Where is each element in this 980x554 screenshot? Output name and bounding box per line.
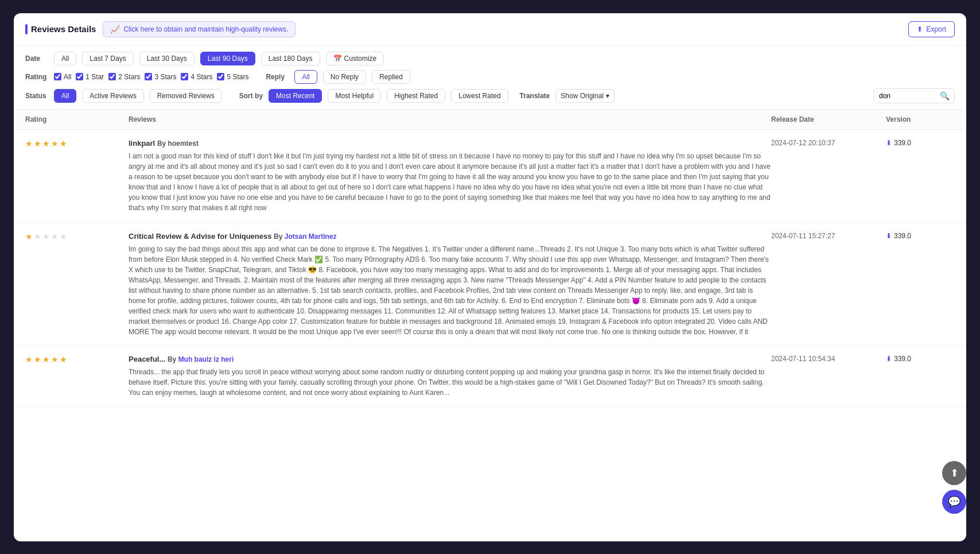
col-release-date: Release Date [771,115,886,123]
chat-fab[interactable]: 💬 [942,490,966,514]
translate-select[interactable]: Show Original ▾ [555,89,615,103]
star-2: ★ [34,232,41,241]
star-4: ★ [51,355,59,364]
sort-btn-lowest[interactable]: Lowest Rated [451,89,508,103]
sort-btn-highest[interactable]: Highest Rated [387,89,445,103]
version-icon: ⬇ [886,355,892,363]
review-date: 2024-07-12 20:10:37 [771,139,886,147]
star-4: ★ [51,232,59,241]
reply-btn-replied[interactable]: Replied [372,70,410,84]
date-btn-30days[interactable]: Last 30 Days [139,52,195,65]
date-btn-all[interactable]: All [54,52,76,65]
star-3: ★ [42,355,50,364]
col-reviews: Reviews [129,115,771,123]
review-version: ⬇ 339.0 [886,232,955,240]
review-date: 2024-07-11 15:27:27 [771,232,886,240]
rating-5stars-checkbox[interactable]: 5 Stars [217,73,248,81]
search-icon[interactable]: 🔍 [940,91,950,100]
review-version: ⬇ 339.0 [886,139,955,147]
table-row: ★ ★ ★ ★ ★ linkparl By hoemtest I am not … [14,130,966,223]
star-1: ★ [25,139,33,148]
reply-btn-all[interactable]: All [294,70,317,84]
status-btn-active[interactable]: Active Reviews [82,89,143,103]
star-5: ★ [60,139,67,148]
status-btn-removed[interactable]: Removed Reviews [150,89,222,103]
calendar-icon: 📅 [333,55,342,63]
rating-1star-checkbox[interactable]: 1 Star [76,73,104,81]
date-btn-90days[interactable]: Last 90 Days [200,52,255,65]
review-version: ⬇ 339.0 [886,355,955,363]
star-1: ★ [25,355,33,364]
star-5: ★ [60,355,67,364]
export-button[interactable]: ⬆ Export [908,21,955,37]
chat-icon: 💬 [948,495,960,508]
page-title: Reviews Details [25,24,96,34]
star-4: ★ [51,139,59,148]
upload-fab[interactable]: ⬆ [942,461,966,485]
export-icon: ⬆ [917,25,923,33]
table-row: ★ ★ ★ ★ ★ Peaceful... By Muh baulz iz he… [14,346,966,408]
table-row: ★ ★ ★ ★ ★ Critical Review & Advise for U… [14,223,966,346]
review-rating: ★ ★ ★ ★ ★ [25,355,129,364]
review-content: Peaceful... By Muh baulz iz heri Threads… [129,355,771,398]
rating-3stars-checkbox[interactable]: 3 Stars [145,73,176,81]
date-btn-7days[interactable]: Last 7 Days [82,52,133,65]
star-3: ★ [42,139,50,148]
review-rating: ★ ★ ★ ★ ★ [25,139,129,148]
rating-4stars-checkbox[interactable]: 4 Stars [181,73,212,81]
date-btn-180days[interactable]: Last 180 Days [261,52,320,65]
review-content: linkparl By hoemtest I am not a good man… [129,139,771,213]
quality-link[interactable]: 📈 Click here to obtain and maintain high… [103,21,295,37]
search-input[interactable] [879,92,936,100]
col-rating: Rating [25,115,129,123]
star-5: ★ [60,232,67,241]
chevron-down-icon: ▾ [606,92,609,100]
version-icon: ⬇ [886,139,892,147]
rating-label: Rating [25,73,48,81]
star-1: ★ [25,232,33,241]
sort-btn-recent[interactable]: Most Recent [269,89,322,103]
rating-all-checkbox[interactable]: All [54,73,71,81]
date-btn-customize[interactable]: 📅 Customize [326,52,384,65]
review-content: Critical Review & Advise for Uniqueness … [129,232,771,336]
status-btn-all[interactable]: All [54,89,76,103]
search-box: 🔍 [874,88,955,103]
star-2: ★ [34,139,41,148]
star-3: ★ [42,232,50,241]
chart-icon: 📈 [110,25,120,34]
reply-label: Reply [266,73,289,81]
review-rating: ★ ★ ★ ★ ★ [25,232,129,241]
date-label: Date [25,55,48,63]
status-label: Status [25,92,48,100]
star-2: ★ [34,355,41,364]
rating-2stars-checkbox[interactable]: 2 Stars [108,73,140,81]
col-version: Version [886,115,955,123]
translate-label: Translate [520,92,550,100]
sort-label: Sort by [239,92,263,100]
sort-btn-helpful[interactable]: Most Helpful [328,89,381,103]
review-date: 2024-07-11 10:54:34 [771,355,886,363]
upload-icon: ⬆ [950,467,959,479]
reply-btn-noreply[interactable]: No Reply [323,70,366,84]
version-icon: ⬇ [886,232,892,240]
